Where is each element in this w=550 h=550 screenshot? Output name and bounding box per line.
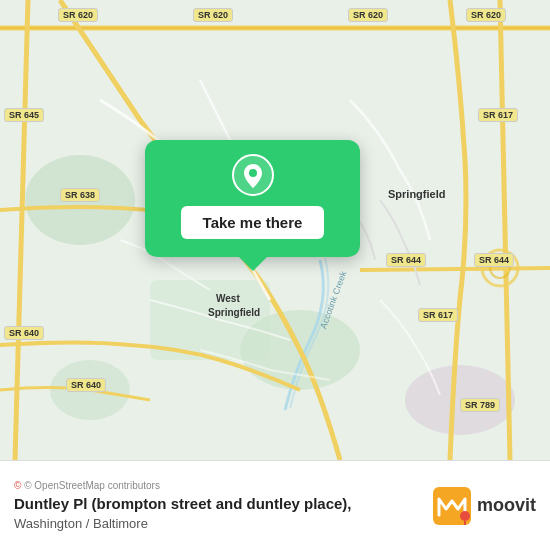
road-label-sr620-fr: SR 620 <box>466 8 506 22</box>
place-label-springfield: Springfield <box>388 188 445 200</box>
svg-point-11 <box>460 511 470 521</box>
svg-point-9 <box>249 169 257 177</box>
road-label-sr789: SR 789 <box>460 398 500 412</box>
place-label-west: West <box>216 293 240 304</box>
moovit-text: moovit <box>477 495 536 516</box>
road-label-sr638: SR 638 <box>60 188 100 202</box>
attribution-text: © OpenStreetMap contributors <box>24 480 160 491</box>
osm-attribution: © © OpenStreetMap contributors <box>14 480 352 491</box>
take-me-there-button[interactable]: Take me there <box>181 206 325 239</box>
pin-icon <box>232 154 274 196</box>
road-label-sr620-tl: SR 620 <box>58 8 98 22</box>
road-label-sr644-l: SR 644 <box>386 253 426 267</box>
road-label-sr644-r: SR 644 <box>474 253 514 267</box>
location-popup: Take me there <box>145 140 360 257</box>
road-label-sr617-m: SR 617 <box>418 308 458 322</box>
road-label-sr620-tm: SR 620 <box>193 8 233 22</box>
place-label-springfield2: Springfield <box>208 307 260 318</box>
location-info: © © OpenStreetMap contributors Duntley P… <box>14 480 352 531</box>
moovit-logo: moovit <box>433 487 536 525</box>
road-label-sr645: SR 645 <box>4 108 44 122</box>
road-label-sr620-tr: SR 620 <box>348 8 388 22</box>
moovit-icon-svg <box>433 487 471 525</box>
road-label-sr617-r: SR 617 <box>478 108 518 122</box>
road-label-sr640-b: SR 640 <box>66 378 106 392</box>
info-bar: © © OpenStreetMap contributors Duntley P… <box>0 460 550 550</box>
location-name: Duntley Pl (brompton street and duntley … <box>14 495 352 512</box>
location-sub: Washington / Baltimore <box>14 516 352 531</box>
road-label-sr640-l: SR 640 <box>4 326 44 340</box>
map-container: SR 620 SR 620 SR 620 SR 620 SR 645 SR 61… <box>0 0 550 460</box>
